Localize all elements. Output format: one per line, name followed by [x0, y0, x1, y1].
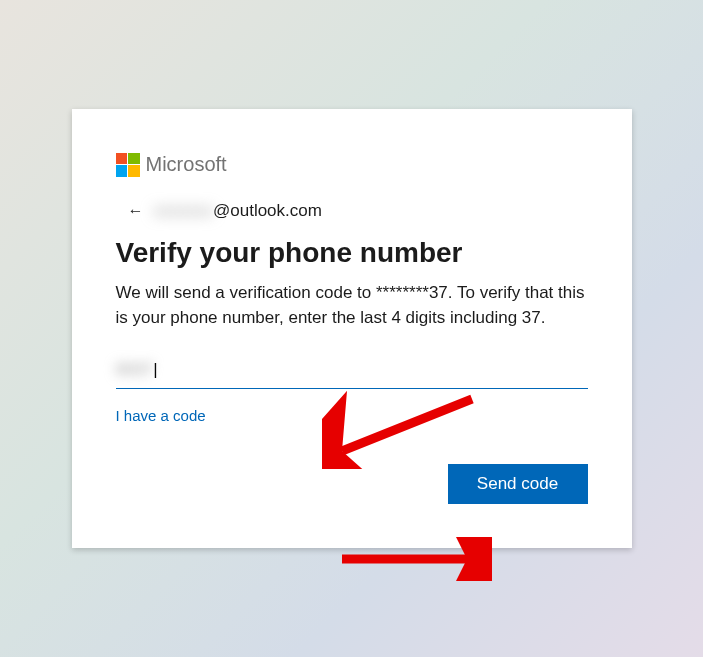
send-code-button[interactable]: Send code [448, 464, 588, 504]
back-arrow-icon[interactable]: ← [128, 202, 144, 220]
brand-row: Microsoft [116, 153, 588, 177]
phone-digits-input-wrapper[interactable]: 0037| [116, 354, 588, 389]
verify-dialog: Microsoft ← xxxxxxx@outlook.com Verify y… [72, 109, 632, 548]
instruction-text: We will send a verification code to ****… [116, 281, 588, 330]
svg-line-0 [342, 399, 472, 451]
actions-row: Send code [116, 464, 588, 504]
brand-name: Microsoft [146, 153, 227, 176]
account-email: xxxxxxx@outlook.com [154, 201, 322, 221]
annotation-arrow-input-icon [322, 389, 482, 469]
email-masked-part: xxxxxxx [154, 201, 214, 221]
page-title: Verify your phone number [116, 237, 588, 269]
annotation-arrow-button-icon [332, 537, 492, 581]
identity-row: ← xxxxxxx@outlook.com [128, 201, 588, 221]
have-code-link[interactable]: I have a code [116, 407, 206, 424]
phone-digits-input[interactable]: 0037| [116, 360, 588, 380]
email-domain: @outlook.com [213, 201, 322, 220]
microsoft-logo-icon [116, 153, 140, 177]
